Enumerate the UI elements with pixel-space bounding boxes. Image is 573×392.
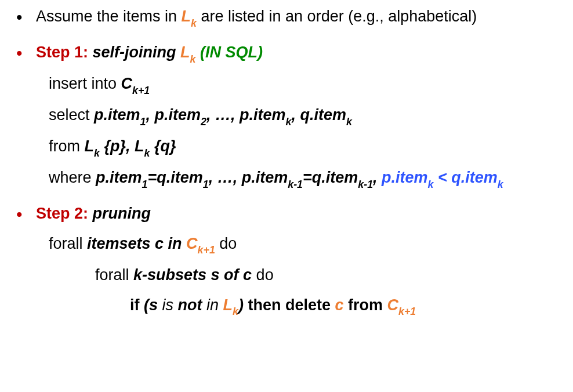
step2-title: pruning xyxy=(93,205,151,222)
kw-then: then delete xyxy=(244,296,335,314)
line-forall2: forall k-subsets s of c do xyxy=(49,263,560,288)
comma: , xyxy=(126,137,135,155)
sub1: 1 xyxy=(140,116,146,128)
comma: , xyxy=(146,106,154,124)
alias-q: {q} xyxy=(154,137,176,155)
sql-block: insert into Ck+1 select p.item1, p.item2… xyxy=(36,72,560,191)
alias-q xyxy=(150,137,154,155)
line-forall1: forall itemsets c in Ck+1 do xyxy=(49,232,560,257)
slide-content: Assume the items in Lk are listed in an … xyxy=(0,0,573,340)
p-item: p.item xyxy=(242,169,288,186)
var-L-sub: k xyxy=(190,53,196,65)
var-C: C xyxy=(387,296,399,314)
kw-do: do xyxy=(215,235,237,252)
bullet-assume: Assume the items in Lk are listed in an … xyxy=(13,5,560,30)
lt: < xyxy=(434,169,452,186)
var-L-sub: k xyxy=(233,306,238,317)
prune-block: forall itemsets c in Ck+1 do forall k-su… xyxy=(36,232,560,319)
step1-label: Step 1: xyxy=(36,43,93,61)
bullet-step1: Step 1: self-joining Lk (IN SQL) insert … xyxy=(13,41,560,191)
kw-select: select xyxy=(49,106,94,124)
sub1: 1 xyxy=(142,179,148,190)
kw-where: where xyxy=(49,169,96,186)
kw-forall: forall xyxy=(95,266,133,284)
kw-if: if xyxy=(130,296,144,314)
var-C-sub: k+1 xyxy=(132,85,150,96)
bullet-step2: Step 2: pruning forall itemsets c in Ck+… xyxy=(13,202,560,319)
var-L: L xyxy=(85,137,95,155)
p-item: p.item xyxy=(155,106,201,124)
alias-p: {p} xyxy=(100,137,126,155)
sub1: 1 xyxy=(203,179,209,190)
bullet-list: Assume the items in Lk are listed in an … xyxy=(13,5,560,319)
kw-from: from xyxy=(49,137,85,155)
subk: k xyxy=(346,116,352,128)
var-L: L xyxy=(223,296,233,314)
txt: itemsets c in xyxy=(87,235,186,252)
comma: , xyxy=(206,106,215,124)
var-C: C xyxy=(121,75,133,92)
line-insert: insert into Ck+1 xyxy=(49,72,560,97)
line-if: if (s is not in Lk) then delete c from C… xyxy=(49,293,560,319)
var-L: L xyxy=(135,137,144,155)
step1-title: self-joining xyxy=(93,43,181,61)
q-item: q.item xyxy=(157,169,203,186)
text: Assume the items in xyxy=(36,8,182,25)
ellipsis: …, xyxy=(215,106,240,124)
subk: k xyxy=(498,179,503,190)
var-L-sub: k xyxy=(144,147,150,159)
not: not xyxy=(178,296,202,314)
kw-from: from xyxy=(344,296,387,314)
p-item: p.item xyxy=(96,169,142,186)
var-C-sub: k+1 xyxy=(198,244,215,256)
kw-do: do xyxy=(252,266,274,284)
q-item: q.item xyxy=(300,106,346,124)
comma: , xyxy=(373,169,382,186)
p-item: p.item xyxy=(382,169,428,186)
txt: in xyxy=(202,296,223,314)
var-c: c xyxy=(335,296,344,314)
step1-sql: (IN SQL) xyxy=(195,43,263,61)
q-item: q.item xyxy=(312,169,358,186)
p-item: p.item xyxy=(94,106,140,124)
eq: = xyxy=(303,169,312,186)
paren: ) xyxy=(238,296,244,314)
comma: , xyxy=(209,169,217,186)
line-select: select p.item1, p.item2, …, p.itemk, q.i… xyxy=(49,103,560,129)
var-L: L xyxy=(180,43,190,61)
subk: k xyxy=(428,179,434,190)
kw-forall: forall xyxy=(49,235,87,252)
subkm1: k-1 xyxy=(358,179,373,190)
var-L-sub: k xyxy=(94,147,100,159)
ellipsis: …, xyxy=(217,169,242,186)
var-L-sub: k xyxy=(191,17,197,29)
sub2: 2 xyxy=(201,116,206,128)
subkm1: k-1 xyxy=(288,179,303,190)
line-where: where p.item1=q.item1, …, p.itemk-1=q.it… xyxy=(49,166,560,191)
var-C-sub: k+1 xyxy=(398,306,416,317)
var-C: C xyxy=(186,235,198,252)
var-L: L xyxy=(182,8,191,25)
eq: = xyxy=(147,169,157,186)
line-from: from Lk {p}, Lk {q} xyxy=(49,135,560,160)
txt: k-subsets s of c xyxy=(133,266,252,284)
step2-label: Step 2: xyxy=(36,205,93,222)
q-item: q.item xyxy=(451,169,498,186)
text: are listed in an order (e.g., alphabetic… xyxy=(197,8,477,25)
paren: (s xyxy=(144,296,158,314)
txt: is xyxy=(158,296,178,314)
comma: , xyxy=(291,106,300,124)
p-item: p.item xyxy=(240,106,286,124)
kw-insert: insert into xyxy=(49,75,121,92)
subk: k xyxy=(285,116,291,128)
